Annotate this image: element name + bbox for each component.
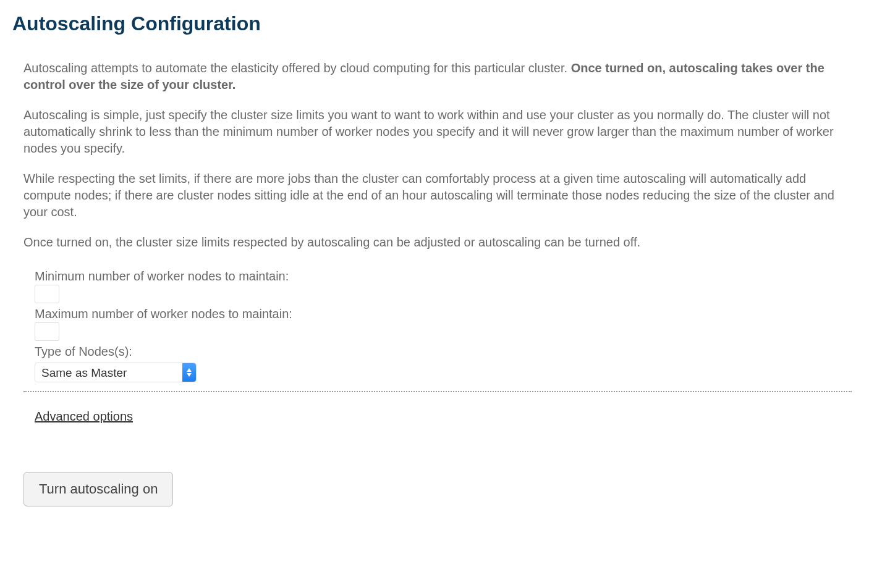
- description-paragraph-1: Autoscaling attempts to automate the ela…: [23, 60, 852, 93]
- min-nodes-input[interactable]: [35, 285, 59, 303]
- p1-text: Autoscaling attempts to automate the ela…: [23, 61, 571, 75]
- min-nodes-label: Minimum number of worker nodes to mainta…: [35, 269, 852, 284]
- turn-autoscaling-on-button[interactable]: Turn autoscaling on: [23, 472, 173, 506]
- advanced-options-link[interactable]: Advanced options: [35, 410, 133, 424]
- form-area: Minimum number of worker nodes to mainta…: [23, 269, 852, 506]
- max-nodes-label: Maximum number of worker nodes to mainta…: [35, 307, 852, 321]
- node-type-select-wrap: Same as Master: [35, 363, 197, 382]
- description-section: Autoscaling attempts to automate the ela…: [23, 60, 852, 251]
- page-title: Autoscaling Configuration: [12, 12, 857, 35]
- description-paragraph-3: While respecting the set limits, if ther…: [23, 170, 852, 220]
- max-nodes-input[interactable]: [35, 322, 59, 341]
- node-type-label: Type of Nodes(s):: [35, 345, 852, 359]
- description-paragraph-4: Once turned on, the cluster size limits …: [23, 234, 852, 251]
- description-paragraph-2: Autoscaling is simple, just specify the …: [23, 107, 852, 157]
- divider: [23, 391, 852, 392]
- node-type-select[interactable]: Same as Master: [35, 363, 197, 382]
- content-area: Autoscaling attempts to automate the ela…: [12, 60, 857, 506]
